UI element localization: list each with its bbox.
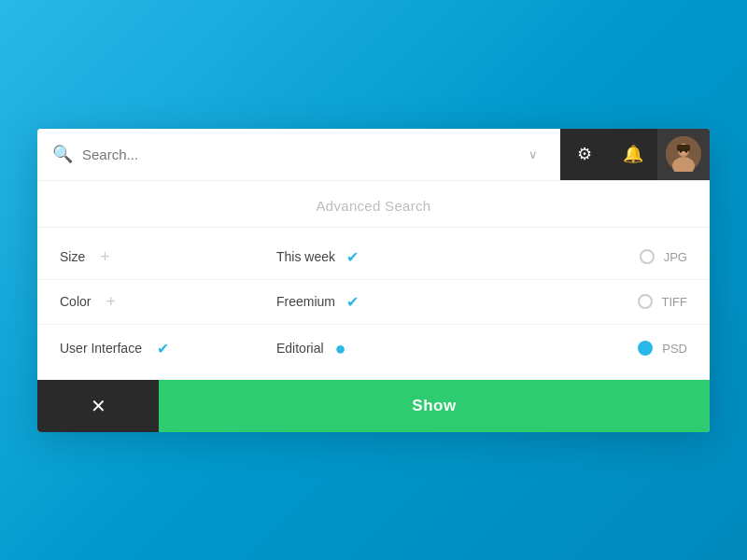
search-input[interactable] <box>82 147 521 162</box>
filters-section: Size + This week ✔ JPG Color + Freemium … <box>37 228 710 380</box>
svg-point-6 <box>685 149 688 153</box>
psd-radio[interactable] <box>638 341 653 356</box>
advanced-search-title: Advanced Search <box>37 181 710 228</box>
filter-right-tiff: TIFF <box>478 294 687 309</box>
filter-left-color: Color + <box>60 293 269 310</box>
this-week-check-icon[interactable]: ✔ <box>346 248 359 266</box>
color-plus-icon[interactable]: + <box>106 293 116 310</box>
filter-center-freemium: Freemium ✔ <box>269 293 478 311</box>
search-area[interactable]: 🔍 ∨ <box>37 129 560 180</box>
notifications-button[interactable]: 🔔 <box>609 129 657 180</box>
freemium-label: Freemium <box>276 294 335 309</box>
this-week-label: This week <box>276 249 335 264</box>
main-card: 🔍 ∨ ⚙ 🔔 <box>37 129 710 432</box>
editorial-dot-icon[interactable]: ● <box>335 338 346 359</box>
svg-rect-4 <box>677 145 690 151</box>
avatar-image <box>666 136 701 172</box>
psd-label: PSD <box>662 342 687 356</box>
color-label: Color <box>60 294 91 309</box>
freemium-check-icon[interactable]: ✔ <box>346 293 359 311</box>
filter-center-thisweek: This week ✔ <box>269 248 478 266</box>
tiff-radio[interactable] <box>638 294 653 309</box>
bottom-bar: ✕ Show <box>37 380 710 432</box>
bell-icon: 🔔 <box>623 144 643 164</box>
jpg-label: JPG <box>664 250 687 264</box>
close-icon: ✕ <box>91 395 106 417</box>
filter-row: Size + This week ✔ JPG <box>37 235 710 280</box>
size-plus-icon[interactable]: + <box>100 248 110 265</box>
tiff-label: TIFF <box>662 295 687 309</box>
filter-left-size: Size + <box>60 248 269 265</box>
show-label: Show <box>412 397 456 415</box>
filter-right-psd: PSD <box>478 341 687 356</box>
user-interface-label: User Interface <box>60 341 142 356</box>
chevron-down-icon[interactable]: ∨ <box>521 147 545 161</box>
settings-button[interactable]: ⚙ <box>560 129 609 180</box>
filter-center-editorial: Editorial ● <box>269 338 478 359</box>
search-icon: 🔍 <box>52 144 73 164</box>
show-button[interactable]: Show <box>159 380 710 432</box>
filter-left-ui: User Interface ✔ <box>60 340 269 357</box>
size-label: Size <box>60 249 85 264</box>
editorial-label: Editorial <box>276 341 324 356</box>
user-interface-check-icon[interactable]: ✔ <box>157 340 169 357</box>
jpg-radio[interactable] <box>640 249 655 264</box>
header: 🔍 ∨ ⚙ 🔔 <box>37 129 710 181</box>
avatar[interactable] <box>657 129 710 180</box>
gear-icon: ⚙ <box>577 144 592 164</box>
close-button[interactable]: ✕ <box>37 380 159 432</box>
filter-right-jpg: JPG <box>478 249 687 264</box>
filter-row: User Interface ✔ Editorial ● PSD <box>37 325 710 372</box>
svg-point-5 <box>680 149 683 153</box>
header-actions: ⚙ 🔔 <box>560 129 710 180</box>
filter-row: Color + Freemium ✔ TIFF <box>37 280 710 325</box>
